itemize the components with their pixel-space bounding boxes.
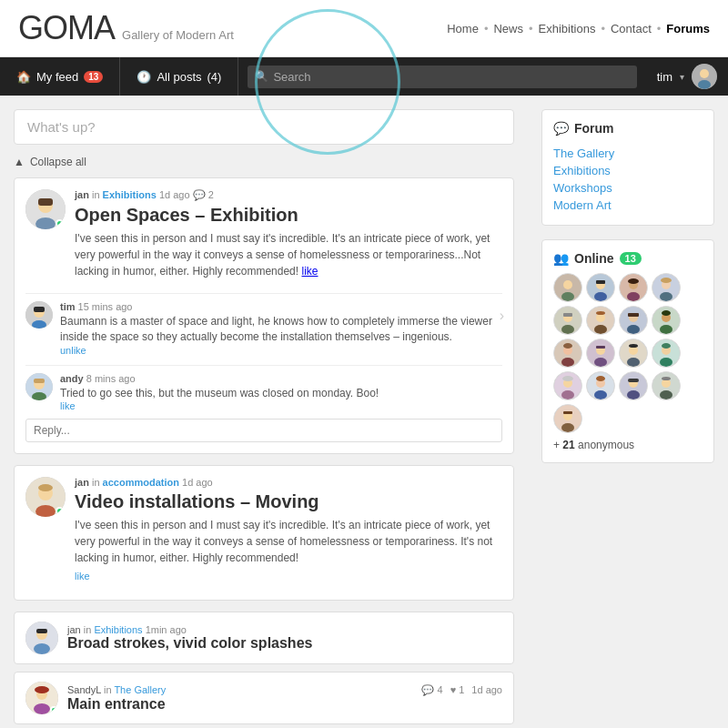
sidebar: 💬 Forum The Gallery Exhibitions Workshop… <box>528 96 728 728</box>
myfeed-label: My feed <box>36 70 78 84</box>
unlike-link[interactable]: unlike <box>60 345 86 356</box>
nav-forums[interactable]: Forums <box>666 22 710 35</box>
mini-category[interactable]: Exhibitions <box>94 624 142 635</box>
post-time: 1d ago <box>159 189 190 200</box>
online-avatar[interactable] <box>553 339 582 368</box>
nav-home[interactable]: Home <box>447 22 479 35</box>
online-avatar[interactable] <box>586 306 615 335</box>
forum-link-gallery[interactable]: The Gallery <box>553 145 703 162</box>
svg-point-40 <box>628 278 639 284</box>
nav-exhibitions[interactable]: Exhibitions <box>539 22 596 35</box>
svg-point-17 <box>38 484 53 491</box>
online-title: 👥 Online 13 <box>553 251 703 266</box>
svg-rect-56 <box>628 313 639 317</box>
online-avatar[interactable] <box>619 273 648 302</box>
nav-news[interactable]: News <box>493 22 523 35</box>
comment: tim 15 mins ago Baumann is a master of s… <box>25 293 502 356</box>
reply-input[interactable] <box>25 419 502 442</box>
forum-link-workshops[interactable]: Workshops <box>553 179 703 197</box>
online-avatar[interactable] <box>652 273 681 302</box>
search-input[interactable] <box>248 66 636 88</box>
user-menu[interactable]: tim ▾ <box>646 64 728 89</box>
home-icon: 🏠 <box>16 70 31 84</box>
comment-text: Baumann is a master of space and light, … <box>60 314 502 345</box>
forum-link-exhibitions[interactable]: Exhibitions <box>553 162 703 179</box>
online-section: 👥 Online 13 <box>541 239 714 463</box>
online-avatar[interactable] <box>586 273 615 302</box>
collapse-label: Collapse all <box>30 156 86 168</box>
post-author[interactable]: jan <box>75 189 89 200</box>
online-avatar[interactable] <box>652 371 681 400</box>
nav-contact[interactable]: Contact <box>611 22 652 35</box>
svg-point-41 <box>627 292 640 301</box>
svg-point-52 <box>596 311 605 315</box>
forum-title-label: Forum <box>574 121 614 136</box>
comment-author-andy[interactable]: andy <box>60 373 84 384</box>
forum-title: 💬 Forum <box>553 121 703 136</box>
post-author-2[interactable]: jan <box>75 477 89 488</box>
svg-rect-48 <box>563 313 572 317</box>
svg-point-26 <box>34 703 50 714</box>
online-avatar[interactable] <box>652 339 681 368</box>
post-category[interactable]: Exhibitions <box>103 189 157 200</box>
main-nav: Home • News • Exhibitions • Contact • Fo… <box>447 22 710 35</box>
mini-meta-2: SandyL in The Gallery 💬 4 ♥ 1 1d ago <box>67 684 502 696</box>
svg-point-77 <box>660 358 672 367</box>
allposts-tab[interactable]: 🕐 All posts (4) <box>120 57 238 96</box>
mini-title-2: Main entrance <box>67 696 502 713</box>
mini-category-2[interactable]: The Gallery <box>114 684 166 695</box>
comment: andy 8 mins ago Tried to go see this, bu… <box>25 365 502 412</box>
like-link-2[interactable]: like <box>75 571 90 581</box>
mini-post-1: jan in Exhibitions 1min ago Broad stroke… <box>14 612 514 664</box>
comment-action: like <box>60 400 502 411</box>
post-title-2: Video installations – Moving <box>75 490 502 512</box>
mini-avatar-1 <box>25 622 58 654</box>
svg-point-44 <box>661 278 672 283</box>
online-avatar[interactable] <box>586 339 615 368</box>
svg-point-84 <box>596 376 605 381</box>
like-link[interactable]: like <box>60 400 76 411</box>
svg-rect-88 <box>628 379 639 382</box>
svg-point-60 <box>662 310 671 316</box>
online-avatar[interactable] <box>553 404 582 433</box>
people-icon: 👥 <box>553 251 569 266</box>
comment-author[interactable]: tim <box>60 301 76 312</box>
svg-rect-96 <box>563 411 572 414</box>
online-avatar[interactable] <box>619 339 648 368</box>
online-avatar[interactable] <box>553 273 582 302</box>
online-avatar[interactable] <box>619 371 648 400</box>
like-link[interactable]: like <box>301 265 318 278</box>
collapse-arrow-icon: ▲ <box>14 156 25 168</box>
comment-text: Tried to go see this, but the museum was… <box>60 386 502 401</box>
svg-point-22 <box>34 643 50 654</box>
mini-author-2[interactable]: SandyL <box>67 684 101 695</box>
svg-point-89 <box>627 390 640 399</box>
main-content: What's up? ▲ Collapse all <box>0 96 728 728</box>
whatsup-placeholder: What's up? <box>27 119 96 135</box>
forum-link-modernart[interactable]: Modern Art <box>553 197 703 214</box>
svg-rect-9 <box>34 307 45 312</box>
svg-point-53 <box>594 325 607 334</box>
expand-arrow-icon[interactable]: › <box>500 308 504 324</box>
avatars-grid <box>553 273 703 433</box>
online-avatar[interactable] <box>553 371 582 400</box>
post-meta: jan in Exhibitions 1d ago 💬 2 <box>75 189 502 201</box>
user-avatar <box>692 64 717 89</box>
svg-point-93 <box>660 390 672 399</box>
collapse-bar[interactable]: ▲ Collapse all <box>14 156 514 168</box>
svg-rect-13 <box>34 379 45 383</box>
search-wrap: 🔍 <box>248 66 636 88</box>
online-avatar[interactable] <box>553 306 582 335</box>
online-avatar[interactable] <box>586 371 615 400</box>
svg-point-97 <box>561 423 574 432</box>
whatsup-box[interactable]: What's up? <box>14 109 514 145</box>
myfeed-tab[interactable]: 🏠 My feed 13 <box>0 57 120 96</box>
svg-point-2 <box>698 80 711 89</box>
online-avatar[interactable] <box>652 306 681 335</box>
logo-area: GOMA Gallery of Modern Art <box>18 9 234 47</box>
anon-number: 21 <box>562 439 574 451</box>
mini-author[interactable]: jan <box>67 624 81 635</box>
online-avatar[interactable] <box>619 306 648 335</box>
post-category-2[interactable]: accommodation <box>103 477 179 488</box>
svg-point-25 <box>35 686 49 693</box>
